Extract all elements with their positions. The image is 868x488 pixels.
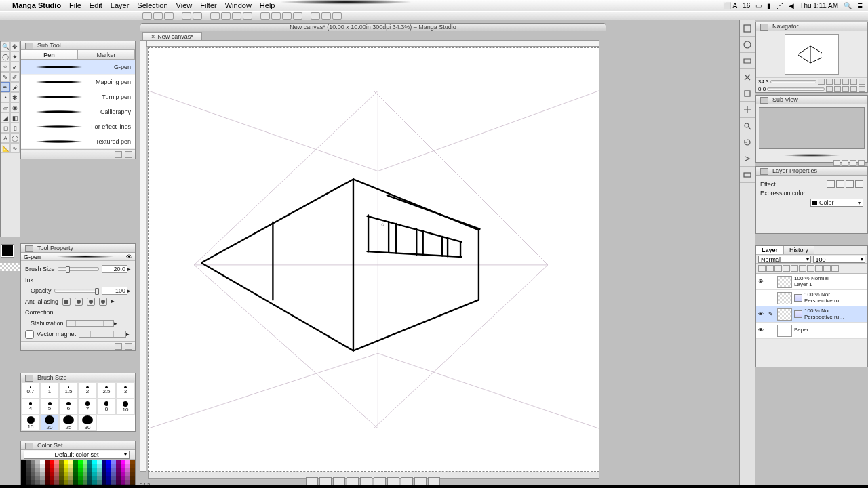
tool-wand-icon[interactable]: ✧ — [1, 62, 10, 72]
effect-layercolor-icon[interactable] — [846, 180, 854, 188]
tool-blend-icon[interactable]: ◉ — [10, 102, 20, 113]
wifi-icon[interactable]: ⋰ — [776, 2, 783, 9]
tool-decoration-icon[interactable]: ✱ — [10, 92, 20, 102]
toolbar-showborder-icon[interactable] — [243, 12, 252, 20]
layer-visibility-icon[interactable]: 👁 — [756, 327, 766, 333]
sel-tone-icon[interactable] — [414, 477, 427, 485]
vector-magnet-stepper[interactable] — [79, 331, 126, 338]
expression-color-combo[interactable]: Color — [810, 199, 863, 207]
opacity-stepper-icon[interactable]: ▸ — [127, 287, 131, 294]
display-icon[interactable]: ▭ — [755, 2, 762, 9]
color-swatches[interactable] — [21, 460, 135, 488]
layer-newfolder-icon[interactable] — [766, 265, 774, 272]
layer-ruler-thumbnail[interactable] — [794, 294, 802, 302]
brush-item-mapping-pen[interactable]: Mapping pen — [21, 75, 135, 89]
panel-title-toolprop[interactable]: Tool Property — [21, 244, 135, 253]
tool-ruler-icon[interactable]: 📐 — [1, 143, 10, 153]
effect-border-icon[interactable] — [827, 180, 835, 188]
tool-fill-icon[interactable]: ◢ — [1, 113, 10, 123]
nav-fliph-icon[interactable] — [850, 86, 857, 92]
layer-row[interactable]: 👁✎100 % Nor…Perspective ru… — [756, 306, 867, 323]
toolbar-ruler-snap-icon[interactable] — [260, 12, 270, 20]
ruler-horizontal[interactable] — [146, 40, 599, 47]
layer-applymask-icon[interactable] — [815, 265, 823, 272]
sel-expand-icon[interactable] — [347, 477, 359, 485]
layer-dup-icon[interactable] — [774, 265, 782, 272]
aa-option-strong[interactable] — [99, 298, 107, 306]
tool-airbrush-icon[interactable]: • — [1, 92, 10, 102]
toolbar-invert-icon[interactable] — [232, 12, 241, 20]
layer-mask-icon[interactable] — [807, 265, 814, 272]
toolbar-open-icon[interactable] — [153, 12, 163, 20]
brush-size-stepper-icon[interactable]: ▸ — [127, 266, 131, 272]
ruler-vertical[interactable] — [140, 40, 146, 472]
layer-ruler-thumbnail[interactable] — [794, 310, 802, 318]
brush-item-turnip-pen[interactable]: Turnip pen — [21, 89, 135, 104]
dock-item-icon[interactable] — [740, 85, 755, 102]
dock-search-icon[interactable] — [740, 118, 755, 134]
subtool-tab-marker[interactable]: Marker — [78, 50, 135, 59]
tool-frame-icon[interactable]: ▯ — [10, 123, 20, 133]
subview-area[interactable] — [759, 107, 865, 149]
battery-icon[interactable]: ▮ — [767, 2, 771, 9]
transparent-swatch[interactable] — [0, 263, 20, 271]
tool-lasso-icon[interactable]: ◯ — [1, 52, 10, 62]
toolbar-undo-icon[interactable] — [182, 12, 191, 20]
layer-visibility-icon[interactable]: 👁 — [756, 279, 766, 285]
brushsize-6[interactable]: 6 — [59, 399, 78, 415]
toolbar-select-icon[interactable] — [210, 12, 220, 20]
tool-balloon-icon[interactable]: ◯ — [10, 133, 20, 143]
layer-opacity-field[interactable]: 100 — [813, 256, 866, 263]
toolbar-deselect-icon[interactable] — [221, 12, 231, 20]
notification-icon[interactable]: ≣ — [857, 2, 863, 9]
tool-move-icon[interactable]: ✥ — [10, 41, 20, 52]
dock-subview-icon[interactable] — [740, 53, 755, 69]
dock-history-icon[interactable] — [740, 134, 755, 150]
effect-extra-icon[interactable] — [855, 180, 863, 188]
brushsize-8[interactable]: 8 — [97, 399, 116, 415]
layers-tab-history[interactable]: History — [784, 246, 814, 254]
opacity-value[interactable]: 100 — [102, 287, 127, 295]
brushsize-10[interactable]: 10 — [116, 399, 135, 415]
menu-view[interactable]: View — [176, 1, 193, 9]
toolprop-eye-icon[interactable]: 👁 — [126, 253, 132, 260]
brushsize-2.5[interactable]: 2.5 — [97, 382, 116, 399]
panel-title-navigator[interactable]: Navigator — [756, 22, 867, 31]
layer-row[interactable]: 👁100 % NormalLayer 1 — [756, 274, 867, 290]
layer-mergea-icon[interactable] — [791, 265, 798, 272]
menubar-clock[interactable]: Thu 1:11 AM — [800, 2, 838, 9]
aa-stepper-icon[interactable]: ▸ — [111, 298, 115, 306]
toolbar-assist-icon[interactable] — [321, 12, 331, 20]
nav-pixel-icon[interactable] — [859, 79, 865, 85]
tool-zoom-icon[interactable]: 🔍 — [1, 41, 10, 52]
nav-print-icon[interactable] — [850, 79, 857, 85]
tool-eyedrop-icon[interactable]: ↙ — [10, 62, 20, 72]
subtool-tab-pen[interactable]: Pen — [21, 50, 78, 59]
nav-rotate-slider[interactable] — [767, 87, 825, 91]
nav-angle-value[interactable]: 0.0 — [758, 86, 766, 92]
canvas[interactable] — [148, 47, 599, 472]
brush-size-value[interactable]: 20.0 — [102, 265, 127, 273]
brush-item-calligraphy[interactable]: Calligraphy — [21, 104, 135, 119]
brushsize-30[interactable]: 30 — [78, 415, 97, 431]
layer-visibility-icon[interactable]: 👁 — [756, 311, 766, 317]
dock-material-icon[interactable] — [740, 167, 755, 183]
aa-option-med[interactable] — [87, 298, 95, 306]
menu-edit[interactable]: Edit — [90, 1, 102, 9]
aa-option-weak[interactable] — [75, 298, 83, 306]
menu-window[interactable]: Window — [225, 1, 252, 9]
toolbar-redo-icon[interactable] — [193, 12, 202, 20]
menu-filter[interactable]: Filter — [200, 1, 216, 9]
dock-autoaction-icon[interactable] — [740, 150, 755, 167]
nav-rotcw-icon[interactable] — [834, 86, 841, 92]
toolbar-smartphone-icon[interactable] — [311, 12, 320, 20]
layer-thumbnail[interactable] — [777, 276, 792, 288]
stabilization-arrow-icon[interactable]: ▸ — [114, 320, 117, 327]
sel-newlayer-icon[interactable] — [401, 477, 413, 485]
toolbar-grid-snap-icon[interactable] — [293, 12, 302, 20]
tool-eraser-icon[interactable]: ▱ — [1, 102, 10, 113]
app-name[interactable]: Manga Studio — [12, 1, 61, 9]
subview-clear-icon[interactable] — [858, 160, 865, 166]
spotlight-icon[interactable]: 🔍 — [844, 2, 852, 9]
nav-flipv-icon[interactable] — [859, 86, 865, 92]
